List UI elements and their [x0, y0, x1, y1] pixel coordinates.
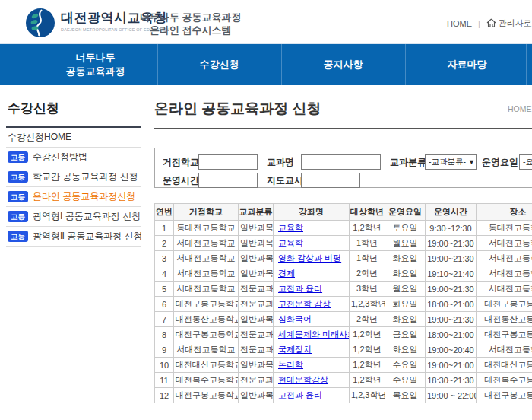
- cell-time: 19:00~20:40: [426, 342, 477, 358]
- cell-no: 3: [155, 251, 174, 266]
- col-time: 운영시간: [426, 204, 477, 221]
- cell-grade: 1,2학년: [350, 327, 385, 342]
- chevron-down-icon: ▼: [468, 158, 475, 166]
- cell-day: 토요일: [385, 221, 426, 236]
- link-separator: |: [478, 19, 480, 28]
- course-link[interactable]: 논리학: [278, 360, 303, 369]
- cell-day: 수요일: [385, 358, 426, 373]
- sidebar-item-regional-1-program[interactable]: 고등 광역형Ⅰ 공동교육과정 신청: [6, 207, 141, 227]
- course-link[interactable]: 고전과 윤리: [278, 284, 322, 293]
- label-day: 운영요일: [482, 154, 518, 170]
- cell-day: 월요일: [385, 282, 426, 297]
- course-link[interactable]: 고전과 윤리: [278, 390, 322, 399]
- cell-school: 서대전고등학교: [174, 251, 239, 266]
- cell-category: 일반과목: [239, 312, 274, 327]
- cell-grade: 1,2학년: [350, 342, 385, 358]
- admin-login-link[interactable]: 관리자로그인: [486, 18, 532, 29]
- sidebar-item-online-program[interactable]: 고등 온라인 공동교육과정신청: [6, 187, 141, 207]
- cell-category: 일반과목: [239, 388, 274, 403]
- cell-time: 19:00 ~ 22:00: [426, 388, 477, 403]
- cell-day: 화요일: [385, 297, 426, 312]
- home-link[interactable]: HOME: [447, 19, 472, 28]
- course-link[interactable]: 세계문제와 미래사회: [278, 329, 350, 339]
- utility-links: HOME | 관리자로그인: [447, 18, 532, 29]
- cell-day: 수요일: [385, 373, 426, 388]
- table-header-row: 연번 거점학교 교과분류 강좌명 대상학년 운영요일 운영시간 장소: [155, 204, 532, 221]
- course-link[interactable]: 교육학: [278, 238, 303, 247]
- cell-time: 19:00~21:30: [426, 236, 477, 251]
- nav-divider: [526, 44, 527, 85]
- cell-course: 경제: [274, 266, 350, 282]
- label-course: 교과명: [267, 154, 294, 170]
- label-teacher: 지도교사: [267, 173, 303, 188]
- nav-item-nuduna-du-program[interactable]: 너두나두공동교육과정: [33, 44, 157, 85]
- label-category: 교과분류: [390, 154, 426, 170]
- cell-time: 18:00~21:00: [426, 297, 477, 312]
- table-row: 11대전복수고등학교전문교과현대문학감상1,2학년수요일18:30~21:30대…: [155, 373, 532, 388]
- sidebar-item-interschool-program[interactable]: 고등 학교간 공동교육과정 신청: [6, 167, 141, 187]
- cell-no: 4: [155, 266, 174, 282]
- school-input[interactable]: [198, 154, 258, 170]
- cell-category: 전문교과: [239, 327, 274, 342]
- cell-no: 5: [155, 282, 174, 297]
- breadcrumb[interactable]: HOME: [508, 104, 532, 113]
- cell-school: 서대전고등학교: [174, 236, 239, 251]
- course-link[interactable]: 현대문학감상: [278, 375, 328, 384]
- title-rule: [154, 128, 532, 129]
- cell-day: 화요일: [385, 266, 426, 282]
- sidebar-item-regional-2-program[interactable]: 고등 광역형Ⅱ 공동교육과정 신청: [6, 227, 141, 247]
- cell-no: 12: [155, 388, 174, 403]
- course-name-input[interactable]: [301, 154, 381, 170]
- cell-school: 대전구봉고등학교: [174, 388, 239, 403]
- cell-school: 서대전고등학교: [174, 342, 239, 358]
- cell-time: 19:10~21:40: [426, 266, 477, 282]
- cell-place: 대전복수고등학교: [477, 373, 532, 388]
- cell-place: 대전구봉고등학교: [477, 297, 532, 312]
- course-link[interactable]: 심화국어: [278, 314, 312, 323]
- home-icon: [486, 18, 496, 29]
- nav-item-notices[interactable]: 공지사항: [281, 44, 405, 85]
- cell-no: 10: [155, 358, 174, 373]
- cell-no: 9: [155, 342, 174, 358]
- cell-no: 11: [155, 373, 174, 388]
- teacher-input[interactable]: [301, 173, 360, 188]
- cell-grade: 1,2학년: [350, 373, 385, 388]
- col-day: 운영요일: [385, 204, 426, 221]
- education-office-logo-icon: [25, 8, 55, 41]
- cell-time: 18:30~21:30: [426, 373, 477, 388]
- course-link[interactable]: 고전문학 감상: [278, 299, 331, 308]
- cell-place: 동대전고등학교: [477, 221, 532, 236]
- course-table-wrap: 연번 거점학교 교과분류 강좌명 대상학년 운영요일 운영시간 장소 1동대전고…: [154, 203, 532, 403]
- cell-school: 대전구봉고등학교: [174, 297, 239, 312]
- course-link[interactable]: 교육학: [278, 223, 303, 232]
- time-input[interactable]: [198, 173, 258, 188]
- label-time: 운영시간: [163, 173, 199, 188]
- cell-course: 고전문학 감상: [274, 297, 350, 312]
- sidebar-menu: 수강신청HOME 고등 수강신청방법 고등 학교간 공동교육과정 신청 고등 온…: [6, 128, 141, 247]
- category-select[interactable]: -교과분류-▼: [425, 154, 477, 170]
- cell-grade: 1학년: [350, 251, 385, 266]
- cell-school: 동대전고등학교: [174, 221, 239, 236]
- course-link[interactable]: 영화 감상과 비평: [278, 253, 341, 262]
- cell-school: 대전구봉고등학교: [174, 327, 239, 342]
- cell-course: 영화 감상과 비평: [274, 251, 350, 266]
- table-row: 2서대전고등학교일반과목교육학1학년월요일19:00~21:30서대전고등학교: [155, 236, 532, 251]
- cell-grade: 2학년: [350, 266, 385, 282]
- sidebar-item-how-to-register[interactable]: 고등 수강신청방법: [6, 148, 141, 167]
- sidebar-item-home[interactable]: 수강신청HOME: [6, 128, 141, 148]
- highschool-badge: 고등: [8, 231, 28, 241]
- nav-item-course-registration[interactable]: 수강신청: [157, 44, 281, 85]
- highschool-badge: 고등: [8, 191, 28, 202]
- cell-place: 서대전고등학교: [477, 342, 532, 358]
- course-link[interactable]: 국제정치: [278, 345, 312, 354]
- day-select[interactable]: -요일-▼: [519, 154, 532, 170]
- course-link[interactable]: 경제: [278, 269, 295, 278]
- nav-item-resources[interactable]: 자료마당: [405, 44, 529, 85]
- cell-course: 국제정치: [274, 342, 350, 358]
- cell-category: 전문교과: [239, 373, 274, 388]
- cell-grade: 1,2학년: [350, 358, 385, 373]
- cell-school: 대전복수고등학교: [174, 373, 239, 388]
- col-grade: 대상학년: [350, 204, 385, 221]
- cell-course: 교육학: [274, 236, 350, 251]
- cell-day: 목요일: [385, 388, 426, 403]
